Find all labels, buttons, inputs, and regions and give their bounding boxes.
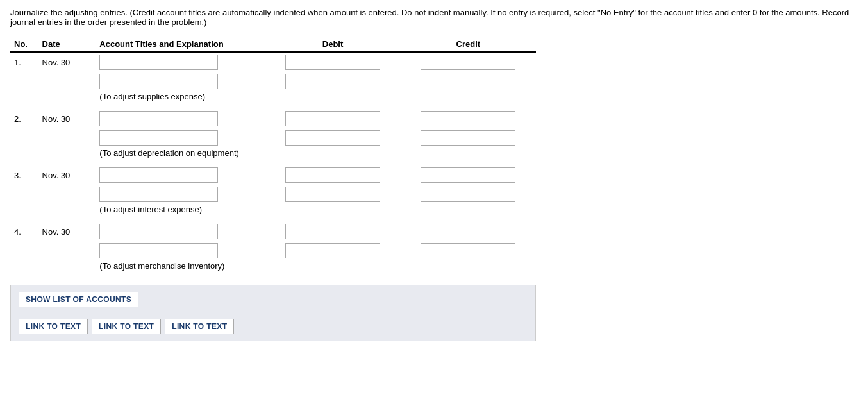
entry-4-credit-2-cell	[401, 241, 536, 260]
entry-4-date: Nov. 30	[38, 222, 96, 241]
link-to-text-button-1[interactable]: LINK TO TEXT	[19, 319, 88, 334]
entry-3-account-1-cell	[96, 165, 265, 185]
entry-4-exp-date	[38, 260, 96, 275]
table-row: (To adjust depreciation on equipment)	[10, 148, 536, 162]
entry-1-credit-1-cell	[401, 52, 536, 72]
entry-3-account-2-input[interactable]	[99, 187, 218, 202]
show-list-button[interactable]: SHOW LIST OF ACCOUNTS	[19, 292, 138, 307]
entry-4-debit-1-input[interactable]	[285, 224, 380, 239]
entry-4-credit-2-input[interactable]	[421, 243, 515, 258]
entry-3-credit-2-cell	[401, 185, 536, 204]
table-row	[10, 241, 536, 260]
entry-3-no: 3.	[10, 165, 38, 185]
entry-1-debit-1-cell	[265, 52, 400, 72]
entry-1-date: Nov. 30	[38, 52, 96, 72]
link-row: LINK TO TEXT LINK TO TEXT LINK TO TEXT	[19, 314, 528, 341]
entry-3-exp-date	[38, 204, 96, 218]
entry-3-credit-2-input[interactable]	[421, 187, 515, 202]
entry-2-no-2	[10, 128, 38, 148]
entry-2-exp-date	[38, 148, 96, 162]
entry-1-credit-1-input[interactable]	[421, 55, 515, 70]
entry-4-explanation: (To adjust merchandise inventory)	[96, 260, 536, 275]
entry-2-no: 2.	[10, 109, 38, 128]
entry-1-no: 1.	[10, 52, 38, 72]
entry-3-credit-1-cell	[401, 165, 536, 185]
entry-3-exp-no	[10, 204, 38, 218]
table-row	[10, 185, 536, 204]
entry-3-debit-1-cell	[265, 165, 400, 185]
instructions-italic: (Credit account titles are automatically…	[10, 8, 849, 27]
entry-4-account-1-input[interactable]	[99, 224, 218, 239]
entry-3-no-2	[10, 185, 38, 204]
entry-1-credit-2-input[interactable]	[421, 74, 515, 89]
entry-1-exp-no	[10, 91, 38, 105]
entry-1-no-2	[10, 72, 38, 91]
header-debit: Debit	[265, 37, 400, 52]
entry-4-exp-no	[10, 260, 38, 275]
entry-4-debit-1-cell	[265, 222, 400, 241]
entry-2-debit-1-cell	[265, 109, 400, 128]
bottom-bar: SHOW LIST OF ACCOUNTS LINK TO TEXT LINK …	[10, 285, 536, 341]
entry-2-date-2	[38, 128, 96, 148]
table-row: (To adjust merchandise inventory)	[10, 260, 536, 275]
entry-2-account-2-cell	[96, 128, 265, 148]
instructions-prefix: Journalize the adjusting entries.	[10, 8, 129, 17]
entry-4-account-1-cell	[96, 222, 265, 241]
entry-1-account-1-cell	[96, 52, 265, 72]
entry-1-exp-date	[38, 91, 96, 105]
entry-1-debit-2-input[interactable]	[285, 74, 380, 89]
entry-4-account-2-cell	[96, 241, 265, 260]
table-row: 4. Nov. 30	[10, 222, 536, 241]
entry-4-no-2	[10, 241, 38, 260]
table-row	[10, 128, 536, 148]
entry-1-account-1-input[interactable]	[99, 55, 218, 70]
link-to-text-button-2[interactable]: LINK TO TEXT	[92, 319, 161, 334]
entry-2-account-1-input[interactable]	[99, 111, 218, 126]
entry-1-account-2-input[interactable]	[99, 74, 218, 89]
entry-3-debit-1-input[interactable]	[285, 167, 380, 183]
entry-4-credit-1-input[interactable]	[421, 224, 515, 239]
entry-2-explanation: (To adjust depreciation on equipment)	[96, 148, 536, 162]
entry-1-credit-2-cell	[401, 72, 536, 91]
entry-2-account-2-input[interactable]	[99, 130, 218, 146]
entry-3-credit-1-input[interactable]	[421, 167, 515, 183]
link-to-text-button-3[interactable]: LINK TO TEXT	[165, 319, 234, 334]
entry-3-debit-2-cell	[265, 185, 400, 204]
entry-2-debit-1-input[interactable]	[285, 111, 380, 126]
entry-4-date-2	[38, 241, 96, 260]
header-no: No.	[10, 37, 38, 52]
entry-1-explanation: (To adjust supplies expense)	[96, 91, 536, 105]
entry-3-debit-2-input[interactable]	[285, 187, 380, 202]
entry-1-account-2-cell	[96, 72, 265, 91]
entry-4-no: 4.	[10, 222, 38, 241]
table-row: 3. Nov. 30	[10, 165, 536, 185]
entry-2-debit-2-cell	[265, 128, 400, 148]
entry-1-debit-2-cell	[265, 72, 400, 91]
entry-3-explanation: (To adjust interest expense)	[96, 204, 536, 218]
table-row: 2. Nov. 30	[10, 109, 536, 128]
entry-2-date: Nov. 30	[38, 109, 96, 128]
entry-3-account-1-input[interactable]	[99, 167, 218, 183]
entry-3-account-2-cell	[96, 185, 265, 204]
header-date: Date	[38, 37, 96, 52]
entry-4-account-2-input[interactable]	[99, 243, 218, 258]
entry-2-account-1-cell	[96, 109, 265, 128]
entry-2-exp-no	[10, 148, 38, 162]
entry-1-debit-1-input[interactable]	[285, 55, 380, 70]
entry-2-credit-2-cell	[401, 128, 536, 148]
table-row: (To adjust interest expense)	[10, 204, 536, 218]
entry-2-credit-2-input[interactable]	[421, 130, 515, 146]
table-row: 1. Nov. 30	[10, 52, 536, 72]
entry-4-debit-2-cell	[265, 241, 400, 260]
header-credit: Credit	[401, 37, 536, 52]
table-row	[10, 72, 536, 91]
table-row: (To adjust supplies expense)	[10, 91, 536, 105]
entry-2-debit-2-input[interactable]	[285, 130, 380, 146]
entry-3-date-2	[38, 185, 96, 204]
entry-4-debit-2-input[interactable]	[285, 243, 380, 258]
entry-2-credit-1-input[interactable]	[421, 111, 515, 126]
entry-4-credit-1-cell	[401, 222, 536, 241]
header-account: Account Titles and Explanation	[96, 37, 265, 52]
entry-3-date: Nov. 30	[38, 165, 96, 185]
entry-1-date-2	[38, 72, 96, 91]
